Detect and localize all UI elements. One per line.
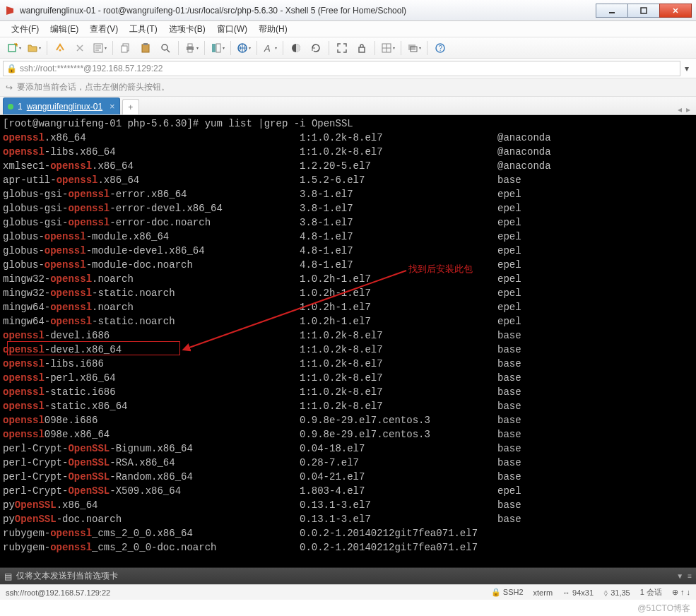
package-row: mingw64-openssl-static.noarch1.0.2h-1.el…	[3, 314, 693, 328]
hint-text: 要添加当前会话，点击左侧的箭头按钮。	[17, 81, 170, 93]
open-folder-icon[interactable]: ▾	[25, 40, 42, 57]
status-pos: 31,35	[611, 588, 630, 597]
find-icon[interactable]	[157, 40, 174, 57]
package-row: perl-Crypt-OpenSSL-Random.x86_640.04-21.…	[3, 470, 693, 484]
svg-point-4	[59, 49, 61, 51]
status-dot-icon	[8, 104, 13, 109]
package-row: openssl098e.i6860.9.8e-29.el7.centos.3ba…	[3, 413, 693, 427]
hint-arrow-icon[interactable]: ↪	[6, 83, 13, 93]
menubar: 文件(F) 编辑(E) 查看(V) 工具(T) 选项卡(B) 窗口(W) 帮助(…	[0, 21, 696, 37]
send-bar-text: 仅将文本发送到当前选项卡	[16, 570, 118, 582]
tab-close-icon[interactable]: ×	[110, 101, 115, 112]
package-row: mingw32-openssl.noarch1.0.2h-1.el7epel	[3, 272, 693, 286]
hint-bar: ↪ 要添加当前会话，点击左侧的箭头按钮。	[0, 78, 696, 97]
maximize-button[interactable]	[627, 4, 660, 18]
status-signal-icon: ⊕ ↑ ↓	[672, 588, 690, 597]
titlebar: wangruifenglinux-01 - root@wangruifeng-0…	[0, 0, 696, 21]
watermark: @51CTO博客	[637, 603, 690, 615]
send-bar: ▤ 仅将文本发送到当前选项卡 ▼ ≡	[0, 567, 696, 584]
package-row: openssl-devel.i6861:1.0.2k-8.el7base	[3, 328, 693, 343]
package-row: mingw64-openssl.noarch1.0.2h-1.el7epel	[3, 300, 693, 314]
package-row: openssl-libs.x86_641:1.0.2k-8.el7@anacon…	[3, 145, 693, 159]
annotation-text: 找到后安装此包	[408, 262, 473, 276]
transparency-icon[interactable]: ▾	[406, 40, 423, 57]
minimize-button[interactable]	[596, 4, 628, 18]
svg-rect-19	[359, 47, 365, 52]
svg-rect-1	[641, 8, 647, 13]
status-bar: ssh://root@192.168.57.129:22 🔒 SSH2 xter…	[0, 584, 696, 600]
lock-icon[interactable]	[353, 40, 370, 57]
package-row: openssl-static.x86_641:1.0.2k-8.el7base	[3, 399, 693, 413]
layout-icon[interactable]: ▾	[379, 40, 396, 57]
session-tab[interactable]: 1 wangruifenglinux-01 ×	[3, 97, 120, 114]
package-row: globus-openssl-module-devel.x86_644.8-1.…	[3, 244, 693, 258]
svg-rect-2	[8, 45, 16, 52]
menu-tab[interactable]: 选项卡(B)	[163, 22, 211, 37]
sessions-panel-icon[interactable]: ▾	[209, 40, 226, 57]
fullscreen-icon[interactable]	[334, 40, 350, 57]
status-connection: ssh://root@192.168.57.129:22	[6, 588, 481, 597]
tab-nav-right-icon[interactable]: ▸	[686, 105, 690, 114]
svg-rect-13	[188, 49, 192, 52]
print-icon[interactable]: ▾	[183, 40, 200, 57]
window-title: wangruifenglinux-01 - root@wangruifeng-0…	[20, 6, 596, 16]
menu-file[interactable]: 文件(F)	[6, 22, 45, 37]
send-bar-menu-icon[interactable]: ≡	[688, 572, 692, 580]
svg-rect-21	[408, 45, 415, 50]
package-row: openssl-static.i6861:1.0.2k-8.el7base	[3, 385, 693, 399]
address-dropdown-icon[interactable]: ▾	[680, 60, 693, 77]
globe-icon[interactable]: ▾	[235, 40, 252, 57]
disconnect-icon[interactable]	[71, 40, 88, 57]
status-sessions: 1 会话	[640, 587, 662, 598]
svg-rect-15	[216, 44, 220, 52]
refresh-icon[interactable]	[307, 40, 324, 57]
package-row: pyOpenSSL-doc.noarch0.13.1-3.el7base	[3, 512, 693, 526]
tab-nav-left-icon[interactable]: ◂	[678, 105, 682, 114]
svg-rect-0	[609, 12, 615, 13]
svg-rect-9	[143, 43, 148, 45]
help-icon[interactable]: ?	[432, 40, 449, 57]
reconnect-icon[interactable]	[52, 40, 69, 57]
main-toolbar: ▾ ▾ ▾ ▾ ▾ ▾ A▾ ▾ ▾ ?	[0, 37, 696, 59]
menu-tools[interactable]: 工具(T)	[124, 22, 163, 37]
status-proto: SSH2	[503, 588, 524, 596]
send-mode-icon[interactable]: ▤	[4, 571, 12, 581]
paste-icon[interactable]	[137, 40, 154, 57]
app-icon	[4, 5, 16, 16]
package-row: apr-util-openssl.x86_641.5.2-6.el7base	[3, 173, 693, 187]
svg-rect-14	[212, 44, 216, 52]
address-bar: 🔒 ssh://root:********@192.168.57.129:22 …	[0, 59, 696, 78]
package-row: globus-gsi-openssl-error-doc.noarch3.8-1…	[3, 215, 693, 230]
package-row: perl-Crypt-OpenSSL-Bignum.x86_640.04-18.…	[3, 442, 693, 456]
font-icon[interactable]: A▾	[261, 40, 278, 57]
tab-add-button[interactable]: +	[122, 99, 139, 114]
close-button[interactable]	[659, 4, 692, 18]
menu-window[interactable]: 窗口(W)	[211, 22, 253, 37]
package-row: globus-gsi-openssl-error.x86_643.8-1.el7…	[3, 187, 693, 201]
properties-icon[interactable]: ▾	[91, 40, 108, 57]
send-bar-dropdown-icon[interactable]: ▼	[676, 572, 683, 580]
menu-edit[interactable]: 编辑(E)	[45, 22, 84, 37]
svg-point-10	[162, 45, 167, 50]
terminal[interactable]: [root@wangruifeng-01 php-5.6.30]# yum li…	[0, 115, 696, 567]
package-row: perl-Crypt-OpenSSL-X509.x86_641.803-4.el…	[3, 484, 693, 498]
package-row: openssl098e.x86_640.9.8e-29.el7.centos.3…	[3, 427, 693, 442]
package-row: globus-openssl-module-doc.noarch4.8-1.el…	[3, 258, 693, 272]
svg-rect-8	[142, 45, 149, 52]
copy-icon[interactable]	[117, 40, 134, 57]
address-input[interactable]: 🔒 ssh://root:********@192.168.57.129:22	[3, 61, 680, 76]
package-row: xmlsec1-openssl.x86_641.2.20-5.el7@anaco…	[3, 159, 693, 173]
svg-rect-12	[188, 44, 192, 47]
svg-text:?: ?	[439, 45, 443, 52]
package-row: globus-gsi-openssl-error-devel.x86_643.8…	[3, 201, 693, 215]
color-scheme-icon[interactable]	[288, 40, 305, 57]
package-row: rubygem-openssl_cms_2_0_0.x86_640.0.2-1.…	[3, 526, 693, 540]
tab-name: wangruifenglinux-01	[27, 102, 102, 112]
new-session-icon[interactable]: ▾	[6, 40, 23, 57]
package-row: openssl-perl.x86_641:1.0.2k-8.el7base	[3, 371, 693, 385]
package-row: rubygem-openssl_cms_2_0_0-doc.noarch0.0.…	[3, 540, 693, 555]
package-row: mingw32-openssl-static.noarch1.0.2h-1.el…	[3, 286, 693, 300]
menu-help[interactable]: 帮助(H)	[253, 22, 293, 37]
menu-view[interactable]: 查看(V)	[84, 22, 124, 37]
package-row: openssl-libs.i6861:1.0.2k-8.el7base	[3, 357, 693, 371]
